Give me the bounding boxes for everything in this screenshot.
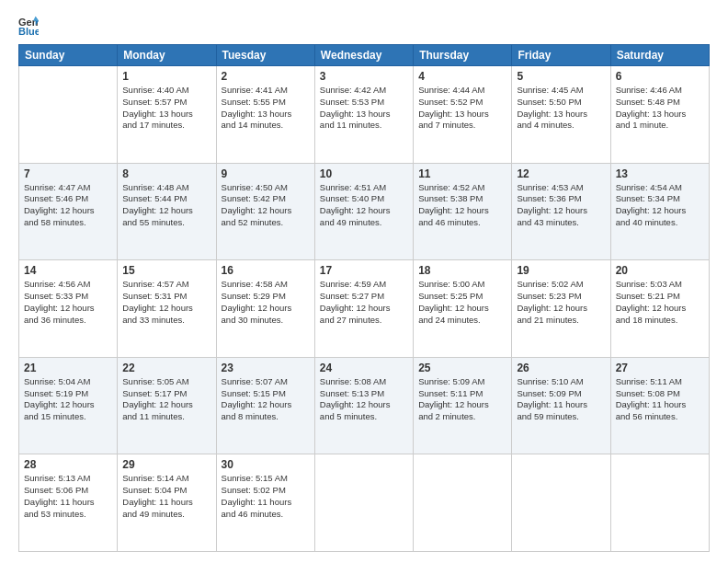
day-info: Sunrise: 5:03 AM Sunset: 5:21 PM Dayligh… <box>616 279 704 326</box>
day-number: 30 <box>222 458 310 471</box>
calendar-cell: 2Sunrise: 4:41 AM Sunset: 5:55 PM Daylig… <box>216 66 314 164</box>
weekday-header-row: SundayMondayTuesdayWednesdayThursdayFrid… <box>19 45 710 66</box>
day-info: Sunrise: 4:54 AM Sunset: 5:34 PM Dayligh… <box>616 182 704 229</box>
svg-text:Blue: Blue <box>18 26 39 35</box>
calendar-cell: 28Sunrise: 5:13 AM Sunset: 5:06 PM Dayli… <box>19 454 118 552</box>
day-info: Sunrise: 4:41 AM Sunset: 5:55 PM Dayligh… <box>222 85 310 132</box>
day-info: Sunrise: 4:46 AM Sunset: 5:48 PM Dayligh… <box>616 85 704 132</box>
day-info: Sunrise: 4:51 AM Sunset: 5:40 PM Dayligh… <box>320 182 408 229</box>
day-info: Sunrise: 5:02 AM Sunset: 5:23 PM Dayligh… <box>517 279 605 326</box>
calendar-cell: 16Sunrise: 4:58 AM Sunset: 5:29 PM Dayli… <box>216 260 314 358</box>
day-info: Sunrise: 4:47 AM Sunset: 5:46 PM Dayligh… <box>24 182 112 229</box>
calendar-cell: 15Sunrise: 4:57 AM Sunset: 5:31 PM Dayli… <box>118 260 216 358</box>
calendar-cell: 27Sunrise: 5:11 AM Sunset: 5:08 PM Dayli… <box>610 357 709 454</box>
day-info: Sunrise: 4:40 AM Sunset: 5:57 PM Dayligh… <box>122 85 210 132</box>
day-number: 16 <box>222 264 310 277</box>
day-number: 9 <box>222 167 310 180</box>
day-number: 28 <box>24 458 112 471</box>
weekday-header-thursday: Thursday <box>414 45 512 66</box>
day-info: Sunrise: 4:58 AM Sunset: 5:29 PM Dayligh… <box>222 279 310 326</box>
calendar-cell: 18Sunrise: 5:00 AM Sunset: 5:25 PM Dayli… <box>414 260 512 358</box>
day-info: Sunrise: 5:15 AM Sunset: 5:02 PM Dayligh… <box>222 473 310 520</box>
calendar-table: SundayMondayTuesdayWednesdayThursdayFrid… <box>18 44 710 552</box>
day-number: 4 <box>418 70 506 83</box>
day-number: 11 <box>418 167 506 180</box>
day-number: 7 <box>24 167 112 180</box>
day-number: 13 <box>616 167 704 180</box>
calendar-cell: 13Sunrise: 4:54 AM Sunset: 5:34 PM Dayli… <box>610 163 709 260</box>
calendar-cell: 24Sunrise: 5:08 AM Sunset: 5:13 PM Dayli… <box>314 357 413 454</box>
day-number: 19 <box>517 264 605 277</box>
day-number: 6 <box>616 70 704 83</box>
day-info: Sunrise: 4:57 AM Sunset: 5:31 PM Dayligh… <box>122 279 210 326</box>
header: Gen Blue <box>18 15 710 35</box>
day-number: 29 <box>122 458 210 471</box>
calendar-cell <box>512 454 610 552</box>
logo: Gen Blue <box>18 15 42 35</box>
day-info: Sunrise: 4:44 AM Sunset: 5:52 PM Dayligh… <box>418 85 506 132</box>
day-number: 26 <box>517 362 605 374</box>
calendar-cell: 26Sunrise: 5:10 AM Sunset: 5:09 PM Dayli… <box>512 357 610 454</box>
day-number: 25 <box>418 362 506 374</box>
calendar-cell: 3Sunrise: 4:42 AM Sunset: 5:53 PM Daylig… <box>314 66 413 164</box>
day-number: 2 <box>222 70 310 83</box>
calendar-cell: 29Sunrise: 5:14 AM Sunset: 5:04 PM Dayli… <box>118 454 216 552</box>
calendar-cell: 11Sunrise: 4:52 AM Sunset: 5:38 PM Dayli… <box>414 163 512 260</box>
day-info: Sunrise: 4:50 AM Sunset: 5:42 PM Dayligh… <box>222 182 310 229</box>
calendar-cell: 9Sunrise: 4:50 AM Sunset: 5:42 PM Daylig… <box>216 163 314 260</box>
calendar-cell: 17Sunrise: 4:59 AM Sunset: 5:27 PM Dayli… <box>314 260 413 358</box>
calendar-week-row: 28Sunrise: 5:13 AM Sunset: 5:06 PM Dayli… <box>19 454 710 552</box>
day-number: 1 <box>122 70 210 83</box>
weekday-header-saturday: Saturday <box>610 45 709 66</box>
day-number: 15 <box>122 264 210 277</box>
weekday-header-tuesday: Tuesday <box>216 45 314 66</box>
day-number: 23 <box>222 362 310 374</box>
day-number: 20 <box>616 264 704 277</box>
calendar-cell <box>314 454 413 552</box>
calendar-week-row: 1Sunrise: 4:40 AM Sunset: 5:57 PM Daylig… <box>19 66 710 164</box>
calendar-cell: 25Sunrise: 5:09 AM Sunset: 5:11 PM Dayli… <box>414 357 512 454</box>
day-info: Sunrise: 4:59 AM Sunset: 5:27 PM Dayligh… <box>320 279 408 326</box>
day-info: Sunrise: 4:45 AM Sunset: 5:50 PM Dayligh… <box>517 85 605 132</box>
day-number: 8 <box>122 167 210 180</box>
day-info: Sunrise: 5:05 AM Sunset: 5:17 PM Dayligh… <box>122 376 210 423</box>
day-number: 21 <box>24 362 112 374</box>
day-info: Sunrise: 4:52 AM Sunset: 5:38 PM Dayligh… <box>418 182 506 229</box>
day-info: Sunrise: 4:42 AM Sunset: 5:53 PM Dayligh… <box>320 85 408 132</box>
calendar-cell: 23Sunrise: 5:07 AM Sunset: 5:15 PM Dayli… <box>216 357 314 454</box>
day-number: 27 <box>616 362 704 374</box>
day-number: 3 <box>320 70 408 83</box>
day-info: Sunrise: 5:00 AM Sunset: 5:25 PM Dayligh… <box>418 279 506 326</box>
calendar-cell <box>610 454 709 552</box>
weekday-header-sunday: Sunday <box>19 45 118 66</box>
page: Gen Blue SundayMondayTuesdayWednesdayThu… <box>0 0 728 563</box>
calendar-cell <box>19 66 118 164</box>
day-number: 5 <box>517 70 605 83</box>
day-number: 12 <box>517 167 605 180</box>
day-number: 22 <box>122 362 210 374</box>
day-info: Sunrise: 5:04 AM Sunset: 5:19 PM Dayligh… <box>24 376 112 423</box>
calendar-cell: 5Sunrise: 4:45 AM Sunset: 5:50 PM Daylig… <box>512 66 610 164</box>
calendar-cell: 10Sunrise: 4:51 AM Sunset: 5:40 PM Dayli… <box>314 163 413 260</box>
day-info: Sunrise: 5:11 AM Sunset: 5:08 PM Dayligh… <box>616 376 704 423</box>
day-info: Sunrise: 5:10 AM Sunset: 5:09 PM Dayligh… <box>517 376 605 423</box>
calendar-cell: 21Sunrise: 5:04 AM Sunset: 5:19 PM Dayli… <box>19 357 118 454</box>
day-number: 24 <box>320 362 408 374</box>
day-info: Sunrise: 5:07 AM Sunset: 5:15 PM Dayligh… <box>222 376 310 423</box>
day-info: Sunrise: 5:14 AM Sunset: 5:04 PM Dayligh… <box>122 473 210 520</box>
day-info: Sunrise: 4:48 AM Sunset: 5:44 PM Dayligh… <box>122 182 210 229</box>
calendar-cell: 12Sunrise: 4:53 AM Sunset: 5:36 PM Dayli… <box>512 163 610 260</box>
calendar-cell: 8Sunrise: 4:48 AM Sunset: 5:44 PM Daylig… <box>118 163 216 260</box>
calendar-cell <box>414 454 512 552</box>
day-number: 17 <box>320 264 408 277</box>
day-info: Sunrise: 5:13 AM Sunset: 5:06 PM Dayligh… <box>24 473 112 520</box>
logo-icon: Gen Blue <box>18 15 39 35</box>
calendar-week-row: 21Sunrise: 5:04 AM Sunset: 5:19 PM Dayli… <box>19 357 710 454</box>
calendar-week-row: 14Sunrise: 4:56 AM Sunset: 5:33 PM Dayli… <box>19 260 710 358</box>
calendar-cell: 6Sunrise: 4:46 AM Sunset: 5:48 PM Daylig… <box>610 66 709 164</box>
day-info: Sunrise: 4:53 AM Sunset: 5:36 PM Dayligh… <box>517 182 605 229</box>
calendar-cell: 22Sunrise: 5:05 AM Sunset: 5:17 PM Dayli… <box>118 357 216 454</box>
calendar-week-row: 7Sunrise: 4:47 AM Sunset: 5:46 PM Daylig… <box>19 163 710 260</box>
day-info: Sunrise: 5:08 AM Sunset: 5:13 PM Dayligh… <box>320 376 408 423</box>
calendar-cell: 20Sunrise: 5:03 AM Sunset: 5:21 PM Dayli… <box>610 260 709 358</box>
